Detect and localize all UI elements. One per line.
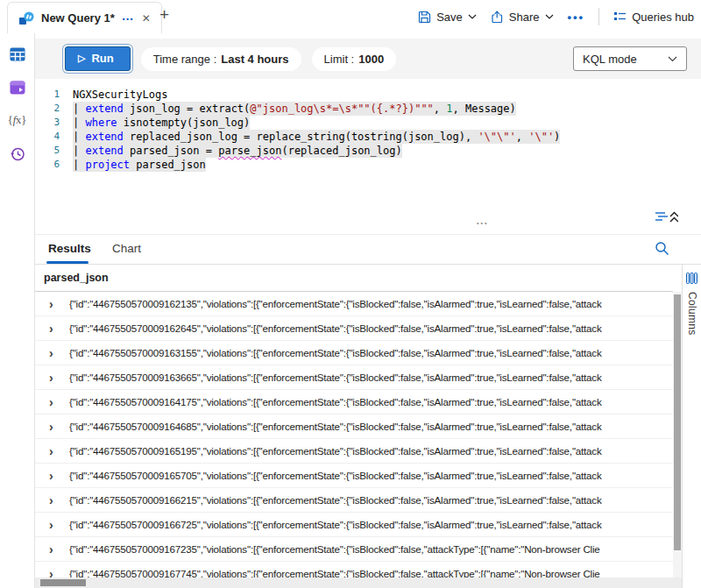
- run-label: Run: [91, 52, 113, 65]
- query-toolbar: ▷ Run Time range : Last 4 hours Limit : …: [35, 39, 701, 79]
- sidebar-item-dashboards[interactable]: [10, 81, 25, 95]
- save-button[interactable]: Save: [418, 11, 477, 24]
- sidebar-item-data-table[interactable]: [10, 47, 25, 61]
- media-play-icon: [10, 81, 25, 95]
- queries-hub-button[interactable]: Queries hub: [613, 11, 694, 24]
- top-bar: New Query 1* ⋯ ✕ + Save: [0, 0, 701, 33]
- horizontal-scrollbar-thumb[interactable]: [40, 579, 86, 586]
- table-row[interactable]: ›{"id":"4467550570009163155","violations…: [35, 341, 673, 365]
- topbar-actions: Save Share •••: [418, 0, 694, 33]
- left-sidebar: {fx}: [0, 33, 35, 588]
- vertical-scrollbar-thumb[interactable]: [674, 294, 681, 550]
- row-json-text: {"id":"4467550570009166215","violations"…: [69, 494, 602, 506]
- expand-row-icon[interactable]: ›: [49, 322, 61, 335]
- table-row[interactable]: ›{"id":"4467550570009166215","violations…: [35, 488, 673, 513]
- columns-panel-label: Columns: [686, 292, 698, 335]
- expand-row-icon[interactable]: ›: [49, 543, 61, 556]
- results-tab-bar: Results Chart: [35, 235, 701, 265]
- sidebar-item-history[interactable]: [10, 146, 25, 162]
- table-icon: [10, 47, 25, 61]
- expand-row-icon[interactable]: ›: [49, 396, 61, 408]
- expand-row-icon[interactable]: ›: [49, 347, 61, 359]
- adx-app-icon: [18, 11, 34, 26]
- code-text[interactable]: | where isnotempty(json_log): [73, 116, 250, 130]
- code-line[interactable]: 5| extend parsed_json = parse_json(repla…: [35, 144, 701, 158]
- save-icon: [418, 11, 431, 24]
- tab-chart[interactable]: Chart: [112, 242, 141, 255]
- table-row[interactable]: ›{"id":"4467550570009164685","violations…: [35, 414, 673, 439]
- share-icon: [491, 11, 504, 24]
- sidebar-item-functions[interactable]: {fx}: [8, 114, 27, 127]
- line-number: 3: [35, 116, 60, 130]
- query-editor[interactable]: 1NGXSecurityLogs2| extend json_log = ext…: [35, 84, 701, 216]
- save-label: Save: [436, 11, 463, 24]
- row-json-text: {"id":"4467550570009163155","violations"…: [69, 347, 602, 358]
- table-row[interactable]: ›{"id":"4467550570009162645","violations…: [35, 316, 673, 341]
- expand-row-icon[interactable]: ›: [49, 494, 61, 507]
- expand-row-icon[interactable]: ›: [49, 445, 61, 457]
- vertical-scrollbar[interactable]: [673, 292, 682, 577]
- code-line[interactable]: 1NGXSecurityLogs: [35, 88, 701, 102]
- expand-row-icon[interactable]: ›: [49, 568, 61, 578]
- time-range-value: Last 4 hours: [221, 53, 288, 66]
- more-commands-icon[interactable]: •••: [568, 11, 585, 24]
- limit-pill[interactable]: Limit : 1000: [312, 47, 397, 71]
- collapse-editor-button[interactable]: [655, 210, 678, 224]
- expand-row-icon[interactable]: ›: [49, 298, 61, 310]
- query-tab[interactable]: New Query 1* ⋯ ✕: [7, 2, 162, 33]
- code-text[interactable]: | extend json_log = extract(@"json_log\s…: [73, 102, 516, 116]
- search-results-button[interactable]: [655, 241, 669, 256]
- query-mode-dropdown[interactable]: KQL mode: [573, 46, 687, 71]
- row-json-text: {"id":"4467550570009164175","violations"…: [69, 396, 602, 407]
- row-json-text: {"id":"4467550570009167235","violations"…: [69, 543, 600, 555]
- queries-hub-icon: [613, 11, 627, 23]
- expand-row-icon[interactable]: ›: [49, 421, 61, 433]
- horizontal-scrollbar[interactable]: [35, 577, 682, 588]
- table-row[interactable]: ›{"id":"4467550570009167745","violations…: [35, 562, 673, 577]
- new-tab-button[interactable]: +: [159, 6, 169, 23]
- code-line[interactable]: 4| extend replaced_json_log = replace_st…: [35, 130, 701, 144]
- run-button[interactable]: ▷ Run: [65, 46, 131, 71]
- code-line[interactable]: 2| extend json_log = extract(@"json_log\…: [35, 102, 701, 116]
- share-label: Share: [509, 11, 540, 24]
- table-row[interactable]: ›{"id":"4467550570009165195","violations…: [35, 439, 673, 464]
- table-row[interactable]: ›{"id":"4467550570009162135","violations…: [35, 292, 673, 316]
- code-lines: 1NGXSecurityLogs2| extend json_log = ext…: [35, 88, 701, 172]
- code-text[interactable]: | extend parsed_json = parse_json(replac…: [73, 144, 402, 158]
- code-text[interactable]: | project parsed_json: [73, 158, 206, 172]
- code-text[interactable]: | extend replaced_json_log = replace_str…: [73, 130, 560, 144]
- table-row[interactable]: ›{"id":"4467550570009164175","violations…: [35, 390, 673, 414]
- line-number: 4: [35, 130, 60, 144]
- main-area: ▷ Run Time range : Last 4 hours Limit : …: [35, 33, 701, 588]
- tab-more-icon[interactable]: ⋯: [122, 12, 135, 25]
- tab-title: New Query 1*: [41, 11, 115, 25]
- divider: [598, 8, 599, 25]
- code-line[interactable]: 6| project parsed_json: [35, 158, 701, 172]
- expand-row-icon[interactable]: ›: [49, 519, 61, 531]
- time-range-pill[interactable]: Time range : Last 4 hours: [141, 47, 301, 71]
- columns-icon: [686, 273, 697, 284]
- active-tab-underline: [46, 261, 89, 264]
- code-line[interactable]: 3| where isnotempty(json_log): [35, 116, 701, 130]
- expand-row-icon[interactable]: ›: [49, 470, 61, 482]
- grid-body: ›{"id":"4467550570009162135","violations…: [35, 292, 673, 577]
- columns-side-panel[interactable]: Columns: [682, 265, 701, 588]
- share-button[interactable]: Share: [491, 11, 554, 24]
- splitter-drag-handle[interactable]: •••: [477, 220, 488, 226]
- history-clock-icon: [10, 146, 25, 162]
- table-row[interactable]: ›{"id":"4467550570009166725","violations…: [35, 513, 673, 537]
- chevron-down-icon: [468, 14, 477, 19]
- row-json-text: {"id":"4467550570009166725","violations"…: [69, 519, 602, 530]
- row-json-text: {"id":"4467550570009165195","violations"…: [69, 445, 602, 457]
- tab-results[interactable]: Results: [48, 242, 91, 255]
- query-mode-value: KQL mode: [583, 53, 637, 66]
- table-row[interactable]: ›{"id":"4467550570009167235","violations…: [35, 537, 673, 562]
- tab-close-icon[interactable]: ✕: [142, 13, 151, 24]
- time-range-label: Time range :: [153, 53, 217, 66]
- expand-row-icon[interactable]: ›: [49, 372, 61, 384]
- table-row[interactable]: ›{"id":"4467550570009163665","violations…: [35, 365, 673, 390]
- row-json-text: {"id":"4467550570009167745","violations"…: [69, 568, 600, 577]
- code-text[interactable]: NGXSecurityLogs: [73, 88, 167, 102]
- table-row[interactable]: ›{"id":"4467550570009165705","violations…: [35, 464, 673, 488]
- column-header-parsed-json[interactable]: parsed_json: [35, 265, 673, 292]
